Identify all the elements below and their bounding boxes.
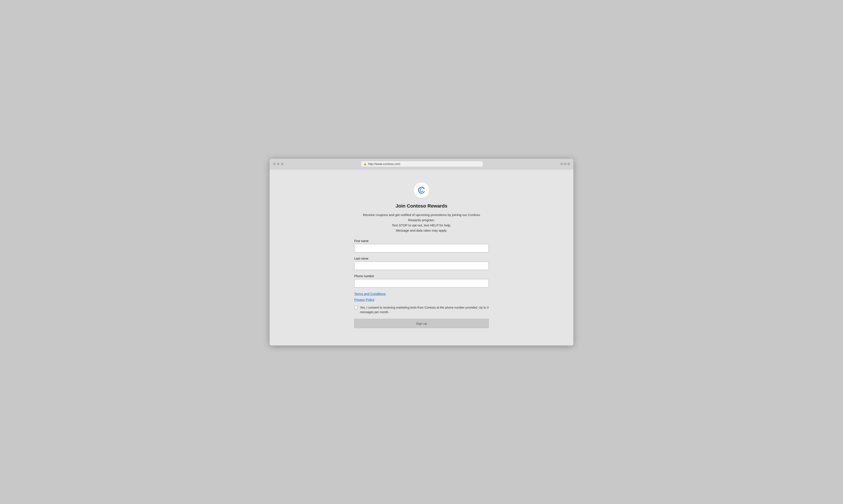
last-name-group: Last name (354, 257, 489, 270)
contoso-logo-icon (417, 186, 426, 195)
signup-button[interactable]: Sign up (354, 319, 489, 328)
last-name-input[interactable] (354, 262, 489, 270)
window-btn-1 (561, 163, 563, 165)
traffic-light-3 (281, 163, 283, 165)
browser-window: 🔒 http://www.contoso.com Join Contoso Re… (270, 159, 573, 345)
privacy-link[interactable]: Privacy Policy (354, 298, 489, 302)
consent-checkbox[interactable] (354, 306, 358, 309)
phone-group: Phone number (354, 274, 489, 288)
url-text: http://www.contoso.com (368, 162, 400, 166)
lock-icon: 🔒 (364, 162, 367, 165)
logo-circle (414, 182, 429, 198)
first-name-label: First name (354, 239, 489, 243)
consent-row: Yes, I consent to receiving marketing te… (354, 305, 489, 314)
browser-traffic-lights (273, 163, 283, 165)
phone-input[interactable] (354, 279, 489, 288)
traffic-light-1 (273, 163, 276, 165)
browser-content: Join Contoso Rewards Receive coupons and… (270, 169, 573, 345)
form-fields: First name Last name Phone number Terms … (354, 239, 489, 328)
description-line2: Text STOP to opt-out, text HELP for help… (392, 223, 451, 227)
form-container: Join Contoso Rewards Receive coupons and… (354, 182, 489, 328)
browser-chrome: 🔒 http://www.contoso.com (270, 159, 573, 169)
address-bar-wrapper: 🔒 http://www.contoso.com (286, 161, 558, 167)
address-bar[interactable]: 🔒 http://www.contoso.com (361, 161, 483, 167)
description-line1: Receive coupons and get notified of upco… (363, 213, 480, 222)
first-name-group: First name (354, 239, 489, 252)
last-name-label: Last name (354, 257, 489, 260)
terms-link[interactable]: Terms and Conditions (354, 292, 489, 295)
page-title: Join Contoso Rewards (396, 203, 447, 209)
phone-label: Phone number (354, 274, 489, 278)
page-description: Receive coupons and get notified of upco… (359, 212, 484, 233)
first-name-input[interactable] (354, 244, 489, 252)
traffic-light-2 (277, 163, 279, 165)
window-btn-3 (567, 163, 570, 165)
window-buttons (561, 163, 570, 165)
window-btn-2 (564, 163, 567, 165)
consent-text: Yes, I consent to receiving marketing te… (360, 305, 489, 314)
description-line3: Message and data rates may apply. (396, 229, 447, 232)
